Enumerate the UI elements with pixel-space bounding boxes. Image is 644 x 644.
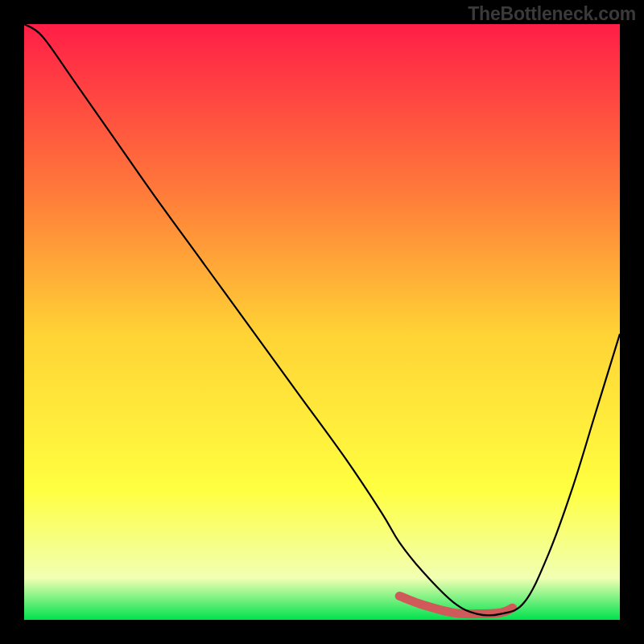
gradient-background	[24, 24, 620, 620]
plot-svg	[24, 24, 620, 620]
watermark-text: TheBottleneck.com	[468, 3, 636, 25]
plot-area	[24, 24, 620, 620]
chart-stage: TheBottleneck.com	[0, 0, 644, 644]
